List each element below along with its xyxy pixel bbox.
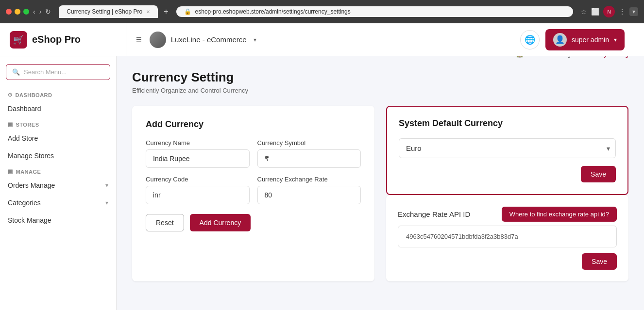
- page-subtitle: Efficiently Organize and Control Currenc…: [132, 87, 248, 94]
- globe-button[interactable]: 🌐: [520, 30, 540, 49]
- dashboard-section-icon: ⊙: [8, 92, 13, 98]
- main-area: 🔍 Search Menu... ⊙ DASHBOARD Dashboard ▣…: [0, 56, 644, 310]
- breadcrumb-settings[interactable]: Settings: [551, 56, 574, 58]
- menu-icon[interactable]: ⋮: [619, 8, 626, 16]
- browser-actions: ☆ ⬜ N ⋮ ▾: [581, 6, 638, 17]
- user-dropdown-icon: ▾: [614, 36, 617, 43]
- back-button[interactable]: ‹: [33, 8, 35, 16]
- logo-text: eShop Pro: [32, 34, 81, 45]
- currency-code-input[interactable]: [146, 186, 250, 204]
- exchange-input-row: [398, 226, 617, 247]
- top-navbar: 🛒 eShop Pro ≡ LuxeLine - eCommerce ▾ 🌐 👤…: [0, 23, 644, 56]
- store-dropdown-icon: ▾: [254, 36, 256, 43]
- breadcrumb-home-icon: 🏠: [516, 56, 524, 58]
- new-tab-button[interactable]: +: [164, 7, 168, 16]
- store-avatar: [150, 32, 166, 48]
- browser-tab[interactable]: Currency Setting | eShop Pro ✕: [59, 5, 158, 18]
- sidebar-item-stock[interactable]: Stock Manage: [0, 212, 116, 229]
- hamburger-icon[interactable]: ≡: [136, 34, 142, 45]
- currency-symbol-label: Currency Symbol: [257, 139, 361, 147]
- dot-red[interactable]: [6, 9, 12, 15]
- content-grid: Add Currency Currency Name Currency Symb…: [132, 106, 628, 281]
- sidebar-item-dashboard[interactable]: Dashboard: [0, 100, 116, 117]
- logo: 🛒 eShop Pro: [10, 23, 126, 56]
- dot-green[interactable]: [23, 9, 29, 15]
- breadcrumb-home[interactable]: Home: [526, 56, 543, 58]
- sidebar-item-categories[interactable]: Categories ▾: [0, 194, 116, 212]
- currency-select-wrapper: Euro USD INR ▾: [399, 138, 616, 158]
- exchange-save-button[interactable]: Save: [582, 253, 617, 270]
- add-currency-card: Add Currency Currency Name Currency Symb…: [132, 106, 374, 281]
- star-icon[interactable]: ☆: [581, 8, 587, 16]
- section-manage: ▣ MANAGE: [0, 164, 116, 177]
- address-bar[interactable]: 🔒 eshop-pro.eshopweb.store/admin/setting…: [176, 6, 573, 17]
- search-menu[interactable]: 🔍 Search Menu...: [6, 64, 110, 80]
- search-icon: 🔍: [12, 68, 20, 76]
- lock-icon: 🔒: [184, 8, 191, 15]
- exchange-rate-label: Currency Exchange Rate: [257, 176, 361, 183]
- breadcrumb: 🏠 Home / Settings / Currency Setting: [516, 56, 628, 58]
- tab-title: Currency Setting | eShop Pro: [67, 8, 142, 15]
- default-save-button[interactable]: Save: [581, 166, 616, 182]
- exchange-save-row: Save: [398, 253, 617, 270]
- user-name: super admin: [572, 36, 609, 44]
- sidebar-item-orders[interactable]: Orders Manage ▾: [0, 177, 116, 194]
- navbar-right: 🌐 👤 super admin ▾: [520, 29, 625, 50]
- browser-dropdown[interactable]: ▾: [629, 7, 638, 16]
- page-header: Currency Setting Efficiently Organize an…: [132, 70, 628, 94]
- sidebar-item-add-store[interactable]: Add Store: [0, 130, 116, 147]
- page-title: Currency Setting: [132, 70, 248, 85]
- store-selector[interactable]: LuxeLine - eCommerce ▾: [150, 32, 256, 48]
- manage-section-icon: ▣: [8, 168, 13, 175]
- currency-symbol-group: Currency Symbol: [257, 139, 361, 168]
- profile-icon[interactable]: N: [603, 6, 615, 17]
- currency-name-group: Currency Name: [146, 139, 250, 168]
- currency-name-label: Currency Name: [146, 139, 250, 147]
- reload-button[interactable]: ↻: [45, 8, 51, 16]
- system-default-card: System Default Currency Euro USD INR ▾ S…: [386, 106, 628, 195]
- logo-icon: 🛒: [10, 31, 27, 49]
- exchange-rate-input[interactable]: [257, 186, 361, 204]
- tab-close-icon[interactable]: ✕: [146, 9, 150, 15]
- sidebar: 🔍 Search Menu... ⊙ DASHBOARD Dashboard ▣…: [0, 56, 117, 310]
- section-dashboard: ⊙ DASHBOARD: [0, 88, 116, 100]
- page-content: Currency Setting Efficiently Organize an…: [117, 56, 644, 310]
- forward-button[interactable]: ›: [39, 8, 42, 16]
- orders-chevron: ▾: [105, 182, 108, 189]
- system-default-title: System Default Currency: [399, 118, 616, 129]
- exchange-api-label: Exchange Rate API ID: [398, 210, 470, 218]
- user-menu-button[interactable]: 👤 super admin ▾: [545, 29, 625, 50]
- currency-code-group: Currency Code: [146, 176, 250, 204]
- help-button[interactable]: Where to find exchange rate api id?: [502, 207, 617, 222]
- browser-dots: [6, 9, 29, 15]
- navbar-content: ≡ LuxeLine - eCommerce ▾ 🌐 👤 super admin…: [126, 29, 634, 50]
- currency-select[interactable]: Euro USD INR: [399, 138, 616, 158]
- exchange-api-section: Exchange Rate API ID Where to find excha…: [386, 195, 628, 281]
- store-name: LuxeLine - eCommerce: [171, 35, 247, 44]
- breadcrumb-current: Currency Setting: [581, 56, 628, 58]
- screenshot-icon[interactable]: ⬜: [591, 8, 599, 16]
- browser-nav: ‹ › ↻: [33, 8, 51, 16]
- reset-button[interactable]: Reset: [146, 214, 184, 231]
- currency-name-input[interactable]: [146, 149, 250, 168]
- currency-code-label: Currency Code: [146, 176, 250, 183]
- add-currency-button[interactable]: Add Currency: [190, 214, 251, 231]
- currency-symbol-input[interactable]: [257, 149, 361, 168]
- add-currency-title: Add Currency: [146, 119, 361, 130]
- form-actions: Reset Add Currency: [146, 214, 361, 231]
- exchange-rate-group: Currency Exchange Rate: [257, 176, 361, 204]
- api-id-input[interactable]: [398, 226, 617, 247]
- url-text: eshop-pro.eshopweb.store/admin/settings/…: [195, 8, 351, 15]
- breadcrumb-sep1: /: [546, 56, 548, 58]
- sidebar-item-manage-stores[interactable]: Manage Stores: [0, 147, 116, 164]
- section-stores: ▣ STORES: [0, 117, 116, 130]
- app-layout: 🛒 eShop Pro ≡ LuxeLine - eCommerce ▾ 🌐 👤…: [0, 23, 644, 310]
- browser-chrome: ‹ › ↻ Currency Setting | eShop Pro ✕ + 🔒…: [0, 0, 644, 23]
- right-panel: System Default Currency Euro USD INR ▾ S…: [386, 106, 628, 281]
- search-placeholder: Search Menu...: [24, 68, 67, 76]
- dot-yellow[interactable]: [15, 9, 20, 15]
- currency-form: Currency Name Currency Symbol Currency C…: [146, 139, 361, 204]
- categories-chevron: ▾: [105, 199, 108, 206]
- default-save-row: Save: [399, 166, 616, 182]
- user-avatar: 👤: [553, 33, 567, 47]
